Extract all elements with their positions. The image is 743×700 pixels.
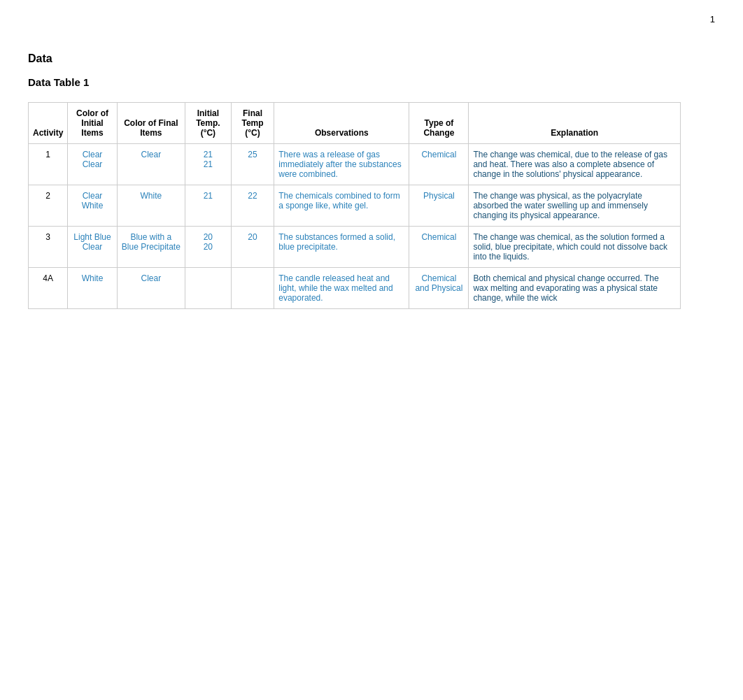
- observations: The candle released heat and light, whil…: [274, 268, 409, 309]
- temp-final: 20: [231, 227, 274, 268]
- color-initial: Clear White: [68, 185, 117, 227]
- explanation: Both chemical and physical change occurr…: [469, 268, 680, 309]
- col-header-type: Type of Change: [409, 103, 469, 144]
- color-final: Clear: [117, 268, 185, 309]
- table-row: 1 Clear Clear Clear 21 21 25 There was a…: [29, 144, 681, 185]
- temp-final: [231, 268, 274, 309]
- color-final: Clear: [117, 144, 185, 185]
- table-title: Data Table 1: [28, 76, 715, 88]
- temp-final: 25: [231, 144, 274, 185]
- activity-number: 4A: [29, 268, 68, 309]
- col-header-observations: Observations: [274, 103, 409, 144]
- temp-initial: 21 21: [185, 144, 231, 185]
- page-number: 1: [28, 14, 715, 24]
- observations: There was a release of gas immediately a…: [274, 144, 409, 185]
- type-of-change: Chemical: [409, 227, 469, 268]
- explanation: The change was physical, as the polyacry…: [469, 185, 680, 227]
- explanation: The change was chemical, due to the rele…: [469, 144, 680, 185]
- activity-number: 1: [29, 144, 68, 185]
- col-header-activity: Activity: [29, 103, 68, 144]
- activity-number: 3: [29, 227, 68, 268]
- temp-initial: 20 20: [185, 227, 231, 268]
- color-initial: Light Blue Clear: [68, 227, 117, 268]
- color-final: Blue with a Blue Precipitate: [117, 227, 185, 268]
- type-of-change: Chemical and Physical: [409, 268, 469, 309]
- table-row: 2 Clear White White 21 22 The chemicals …: [29, 185, 681, 227]
- activity-number: 2: [29, 185, 68, 227]
- col-header-temp-final: Final Temp (°C): [231, 103, 274, 144]
- color-initial: Clear Clear: [68, 144, 117, 185]
- color-final: White: [117, 185, 185, 227]
- col-header-color-final: Color of Final Items: [117, 103, 185, 144]
- observations: The chemicals combined to form a sponge …: [274, 185, 409, 227]
- color-initial: White: [68, 268, 117, 309]
- col-header-color-initial: Color of Initial Items: [68, 103, 117, 144]
- section-title: Data: [28, 52, 715, 65]
- explanation: The change was chemical, as the solution…: [469, 227, 680, 268]
- data-table: Activity Color of Initial Items Color of…: [28, 102, 681, 309]
- temp-final: 22: [231, 185, 274, 227]
- col-header-explanation: Explanation: [469, 103, 680, 144]
- observations: The substances formed a solid, blue prec…: [274, 227, 409, 268]
- temp-initial: [185, 268, 231, 309]
- table-row: 4A White Clear The candle released heat …: [29, 268, 681, 309]
- col-header-temp-initial: Initial Temp. (°C): [185, 103, 231, 144]
- type-of-change: Chemical: [409, 144, 469, 185]
- temp-initial: 21: [185, 185, 231, 227]
- type-of-change: Physical: [409, 185, 469, 227]
- table-row: 3 Light Blue Clear Blue with a Blue Prec…: [29, 227, 681, 268]
